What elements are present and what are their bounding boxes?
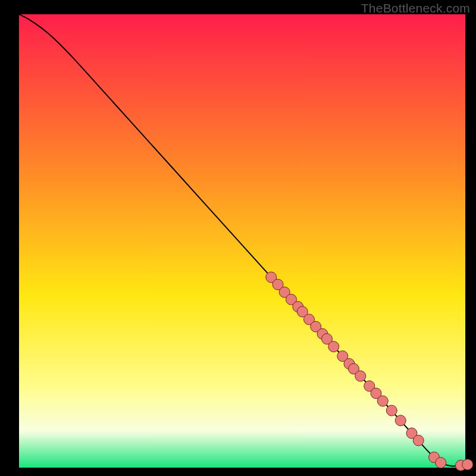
data-marker (462, 459, 473, 470)
data-marker (386, 405, 397, 416)
data-marker (377, 396, 388, 406)
watermark-text: TheBottleneck.com (361, 1, 470, 15)
plot-background (19, 14, 465, 468)
bottleneck-chart (0, 0, 476, 476)
data-marker (436, 458, 446, 468)
data-marker (413, 435, 424, 446)
data-marker (395, 415, 406, 426)
data-marker (355, 371, 366, 381)
data-marker (328, 342, 339, 352)
chart-frame: TheBottleneck.com (0, 0, 476, 476)
